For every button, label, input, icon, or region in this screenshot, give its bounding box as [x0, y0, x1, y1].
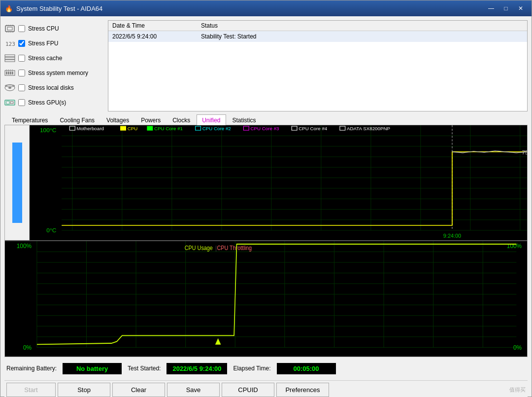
- svg-text:0%: 0%: [23, 344, 32, 352]
- log-panel: Date & Time Status 2022/6/5 9:24:00 Stab…: [108, 20, 528, 111]
- disk-stress-icon: [4, 83, 15, 92]
- stress-gpu-label: Stress GPU(s): [28, 99, 66, 106]
- cache-stress-icon: [4, 54, 15, 63]
- tab-clocks[interactable]: Clocks: [167, 114, 196, 125]
- stress-gpu-item: Stress GPU(s): [4, 96, 103, 109]
- temp-chart-container: 100°C 0°C 9:24:00 75: [30, 125, 527, 240]
- svg-rect-16: [8, 72, 9, 74]
- svg-rect-12: [5, 57, 15, 59]
- temp-chart-sidebar: [5, 125, 30, 240]
- stop-button[interactable]: Stop: [58, 383, 110, 397]
- tabs-section: Temperatures Cooling Fans Voltages Power…: [4, 114, 528, 357]
- window-title: System Stability Test - AIDA64: [16, 5, 484, 12]
- cpu-chart-container: 100% 0% 100% 0% CPU Usage | CPU Throttli…: [5, 241, 527, 356]
- start-button[interactable]: Start: [6, 383, 56, 397]
- svg-text:CPU: CPU: [128, 126, 138, 131]
- svg-rect-27: [6, 101, 9, 104]
- title-bar: 🔥 System Stability Test - AIDA64 — □ ✕: [0, 0, 532, 16]
- svg-text:CPU Throttling: CPU Throttling: [217, 245, 252, 252]
- svg-rect-57: [121, 126, 126, 130]
- battery-value: No battery: [63, 363, 122, 374]
- svg-rect-69: [5, 241, 527, 356]
- watermark: 值得买: [509, 386, 526, 394]
- main-content: Stress CPU 123 Stress FPU: [0, 16, 532, 397]
- stress-memory-checkbox[interactable]: [18, 70, 25, 76]
- minimize-button[interactable]: —: [484, 3, 498, 13]
- svg-rect-13: [5, 60, 15, 62]
- fpu-stress-icon: 123: [4, 39, 15, 48]
- svg-text:ADATA SX8200PNP: ADATA SX8200PNP: [347, 126, 390, 131]
- stress-panel: Stress CPU 123 Stress FPU: [4, 20, 103, 111]
- save-button[interactable]: Save: [167, 383, 220, 397]
- stress-cpu-item: Stress CPU: [4, 22, 103, 35]
- svg-rect-59: [147, 126, 153, 130]
- svg-rect-18: [12, 72, 13, 74]
- stress-cache-checkbox[interactable]: [18, 55, 25, 62]
- svg-text:100%: 100%: [507, 243, 522, 250]
- stress-cache-label: Stress cache: [28, 55, 62, 62]
- svg-rect-1: [7, 27, 12, 30]
- stress-fpu-checkbox[interactable]: [18, 40, 25, 47]
- log-col-status: Status: [197, 21, 527, 31]
- charts-area: 100°C 0°C 9:24:00 75: [4, 125, 528, 357]
- button-bar: Start Stop Clear Save CPUID Preferences …: [4, 380, 528, 397]
- tab-unified[interactable]: Unified: [197, 114, 226, 125]
- cpu-chart-wrapper: 100% 0% 100% 0% CPU Usage | CPU Throttli…: [5, 241, 527, 356]
- clear-button[interactable]: Clear: [112, 383, 165, 397]
- temp-chart-wrapper: 100°C 0°C 9:24:00 75: [5, 125, 527, 241]
- svg-text:0%: 0%: [513, 344, 522, 352]
- svg-text:Motherboard: Motherboard: [77, 126, 104, 131]
- svg-text:123: 123: [5, 41, 15, 47]
- svg-rect-0: [5, 26, 14, 32]
- tab-powers[interactable]: Powers: [135, 114, 166, 125]
- maximize-button[interactable]: □: [499, 3, 513, 13]
- started-label: Test Started:: [128, 365, 161, 372]
- tab-cooling-fans[interactable]: Cooling Fans: [54, 114, 100, 125]
- stress-cpu-checkbox[interactable]: [18, 25, 25, 32]
- svg-text:CPU Usage: CPU Usage: [185, 245, 213, 252]
- preferences-button[interactable]: Preferences: [276, 383, 329, 397]
- cpu-stress-icon: [4, 24, 15, 33]
- svg-text:100%: 100%: [17, 243, 32, 250]
- memory-stress-icon: [4, 69, 15, 77]
- tab-bar: Temperatures Cooling Fans Voltages Power…: [4, 114, 528, 125]
- app-icon: 🔥: [4, 4, 13, 13]
- stress-memory-label: Stress system memory: [28, 70, 88, 76]
- tab-voltages[interactable]: Voltages: [101, 114, 134, 125]
- svg-rect-15: [6, 72, 7, 74]
- top-section: Stress CPU 123 Stress FPU: [4, 20, 528, 111]
- stress-fpu-item: 123 Stress FPU: [4, 37, 103, 50]
- close-button[interactable]: ✕: [514, 3, 528, 13]
- log-cell-datetime-0: 2022/6/5 9:24:00: [108, 32, 197, 41]
- cpuid-button[interactable]: CPUID: [222, 383, 274, 397]
- svg-text:CPU Core #4: CPU Core #4: [299, 126, 327, 131]
- main-window: 🔥 System Stability Test - AIDA64 — □ ✕ S…: [0, 0, 532, 397]
- svg-text:100°C: 100°C: [40, 128, 56, 134]
- stress-cache-item: Stress cache: [4, 52, 103, 65]
- svg-rect-17: [10, 72, 11, 74]
- svg-text:CPU Core #1: CPU Core #1: [154, 126, 183, 131]
- svg-point-24: [8, 87, 11, 89]
- elapsed-value: 00:05:00: [277, 363, 336, 374]
- stress-gpu-checkbox[interactable]: [18, 99, 25, 106]
- log-row-0: 2022/6/5 9:24:00 Stability Test: Started: [108, 31, 527, 42]
- stress-disks-label: Stress local disks: [28, 84, 74, 91]
- svg-text:CPU Core #2: CPU Core #2: [202, 126, 231, 131]
- svg-rect-28: [10, 102, 13, 104]
- gpu-stress-icon: [4, 98, 15, 107]
- status-bar: Remaining Battery: No battery Test Start…: [4, 360, 528, 377]
- svg-text:75: 75: [522, 149, 527, 155]
- svg-rect-11: [5, 55, 15, 57]
- stress-disks-checkbox[interactable]: [18, 84, 25, 91]
- window-controls: — □ ✕: [484, 3, 528, 13]
- log-cell-status-0: Stability Test: Started: [197, 32, 261, 41]
- tab-temperatures[interactable]: Temperatures: [6, 114, 53, 125]
- svg-text:CPU Core #3: CPU Core #3: [251, 126, 279, 131]
- stress-disks-item: Stress local disks: [4, 81, 103, 94]
- battery-label: Remaining Battery:: [6, 365, 57, 372]
- svg-text:9:24:00: 9:24:00: [443, 233, 461, 239]
- svg-text:0°C: 0°C: [46, 227, 56, 233]
- log-col-datetime: Date & Time: [108, 21, 197, 31]
- tab-statistics[interactable]: Statistics: [227, 114, 262, 125]
- sidebar-bar: [12, 143, 22, 223]
